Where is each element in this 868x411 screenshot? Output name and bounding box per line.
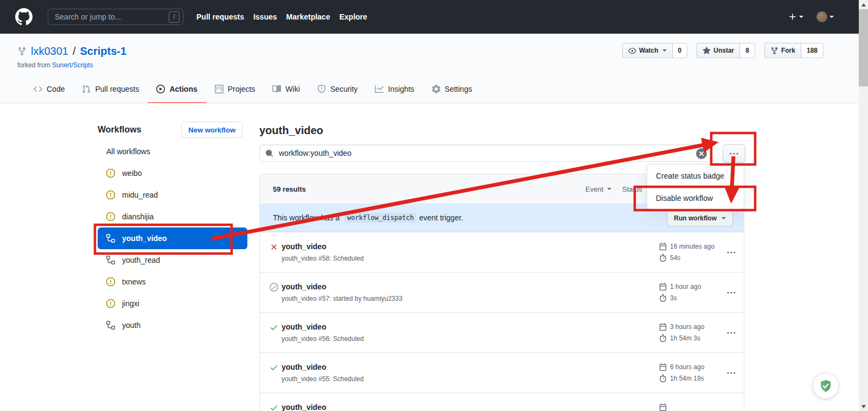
nav-link-pull-requests[interactable]: Pull requests — [196, 12, 244, 21]
run-time: 6 hours ago — [670, 363, 704, 371]
tab-wiki[interactable]: Wiki — [264, 76, 308, 103]
run-status-success-icon — [270, 323, 278, 332]
watch-button[interactable]: Watch — [622, 43, 673, 58]
page-scrollbar[interactable] — [859, 0, 868, 411]
run-time: 16 minutes ago — [670, 243, 714, 250]
run-row[interactable]: youth_video youth_video #58: Scheduled 1… — [260, 232, 744, 272]
warning-octagon-icon — [106, 277, 115, 286]
tab-security[interactable]: Security — [309, 76, 367, 103]
unstar-button[interactable]: Unstar — [697, 43, 740, 58]
run-options-button[interactable] — [722, 288, 741, 298]
adblock-extension-fab[interactable] — [813, 374, 838, 399]
run-meta: 1 hour ago 3s — [659, 281, 701, 303]
run-row[interactable]: youth_video youth_video #57: started by … — [260, 272, 744, 312]
stopwatch-icon — [659, 375, 667, 382]
nav-link-issues[interactable]: Issues — [253, 12, 277, 21]
sidebar-item-youth[interactable]: youth — [98, 314, 247, 336]
banner-text-before: This workflow has a — [273, 213, 340, 222]
workflow-label: midu_read — [122, 191, 158, 199]
runs-search-row — [259, 144, 744, 163]
run-row[interactable]: youth_video youth_video #56: Scheduled 3… — [260, 312, 744, 352]
nav-link-explore[interactable]: Explore — [339, 12, 367, 21]
global-search-input[interactable] — [54, 12, 169, 22]
create-new-menu[interactable] — [788, 12, 803, 21]
warning-octagon-icon — [106, 299, 115, 308]
sidebar-item-youth-read[interactable]: youth_read — [98, 249, 247, 271]
sidebar-header: Workflows New workflow — [98, 122, 247, 138]
repo-name-link[interactable]: Scripts-1 — [80, 45, 127, 58]
fork-button[interactable]: Fork — [764, 43, 801, 58]
workflow-runs-main: youth_video 59 results Event — [259, 117, 744, 411]
kebab-icon — [731, 292, 732, 294]
sidebar-item-weibo[interactable]: weibo — [98, 162, 247, 184]
workflow-label: txnews — [122, 277, 146, 286]
run-title[interactable]: youth_video — [282, 242, 326, 251]
warning-octagon-icon — [106, 191, 115, 199]
run-duration: 54s — [670, 254, 680, 262]
sidebar-item-midu-read[interactable]: midu_read — [98, 184, 247, 206]
new-workflow-button[interactable]: New workflow — [181, 122, 242, 138]
tab-label: Projects — [228, 85, 256, 93]
workflow-label: jingxi — [122, 299, 139, 308]
runs-filter-input[interactable] — [278, 148, 706, 158]
gear-icon — [432, 85, 441, 93]
run-title[interactable]: youth_video — [282, 403, 326, 411]
nav-link-marketplace[interactable]: Marketplace — [286, 12, 330, 21]
repo-owner-link[interactable]: lxk0301 — [31, 45, 68, 58]
watch-count[interactable]: 0 — [673, 43, 688, 58]
chevron-down-icon — [607, 188, 611, 190]
run-row-partial[interactable]: youth_video — [260, 393, 744, 411]
tab-label: Code — [47, 85, 65, 93]
kebab-icon — [731, 252, 732, 254]
sidebar-item-dianshijia[interactable]: dianshijia — [98, 206, 247, 227]
tab-pull-requests[interactable]: Pull requests — [73, 76, 148, 103]
menu-item-disable-workflow[interactable]: Disable workflow — [647, 187, 744, 209]
menu-item-create-status-badge[interactable]: Create status badge — [647, 165, 744, 187]
star-count[interactable]: 8 — [740, 43, 755, 58]
workflow-list: All workflows weibo midu_read dianshijia… — [98, 141, 247, 336]
stopwatch-icon — [659, 334, 667, 342]
scroll-up-arrow[interactable] — [859, 0, 868, 9]
tab-code[interactable]: Code — [25, 76, 73, 103]
runs-filter-search[interactable] — [259, 144, 712, 162]
run-options-button[interactable] — [722, 248, 741, 257]
run-options-button[interactable] — [722, 328, 741, 338]
github-mark-icon[interactable] — [15, 8, 33, 26]
tab-insights[interactable]: Insights — [366, 76, 423, 103]
user-menu[interactable] — [816, 11, 834, 22]
run-title[interactable]: youth_video — [282, 363, 326, 371]
workflow-label: youth — [122, 321, 141, 330]
clear-filter-button[interactable] — [696, 148, 707, 159]
global-search[interactable]: / — [48, 9, 183, 25]
tab-settings[interactable]: Settings — [423, 76, 481, 103]
tab-actions[interactable]: Actions — [148, 76, 206, 103]
sidebar-item-all-workflows[interactable]: All workflows — [98, 141, 247, 162]
tab-projects[interactable]: Projects — [206, 76, 264, 103]
forked-from-link[interactable]: Sunert/Scripts — [52, 61, 93, 69]
sidebar-item-jingxi[interactable]: jingxi — [98, 293, 247, 314]
search-icon — [265, 149, 273, 157]
run-subtitle: youth_video #55: Scheduled — [282, 375, 363, 383]
workflows-sidebar: Workflows New workflow All workflows wei… — [98, 117, 247, 336]
fork-count[interactable]: 188 — [801, 43, 824, 58]
run-title[interactable]: youth_video — [282, 282, 326, 291]
run-status-success-icon — [270, 403, 278, 411]
workflow-label: youth_read — [122, 256, 160, 264]
run-options-button[interactable] — [722, 368, 741, 378]
github-actions-page: / Pull requests Issues Marketplace Explo… — [0, 0, 868, 411]
chevron-down-icon — [799, 16, 803, 18]
run-status-success-icon — [270, 363, 278, 372]
run-meta: 16 minutes ago 54s — [659, 241, 714, 263]
sidebar-item-txnews[interactable]: txnews — [98, 271, 247, 293]
run-meta: 6 hours ago 1h 54m 19s — [659, 361, 704, 384]
run-duration: 1h 54m 3s — [670, 334, 700, 342]
scrollbar-thumb[interactable] — [859, 9, 868, 86]
event-filter[interactable]: Event — [585, 185, 611, 193]
scroll-down-arrow[interactable] — [859, 402, 868, 411]
stopwatch-icon — [659, 254, 667, 262]
sidebar-item-youth-video[interactable]: youth_video — [98, 227, 247, 249]
run-workflow-button[interactable]: Run workflow — [667, 210, 733, 226]
run-row[interactable]: youth_video youth_video #55: Scheduled 6… — [260, 352, 744, 393]
tab-label: Settings — [445, 85, 473, 93]
run-title[interactable]: youth_video — [282, 323, 326, 331]
